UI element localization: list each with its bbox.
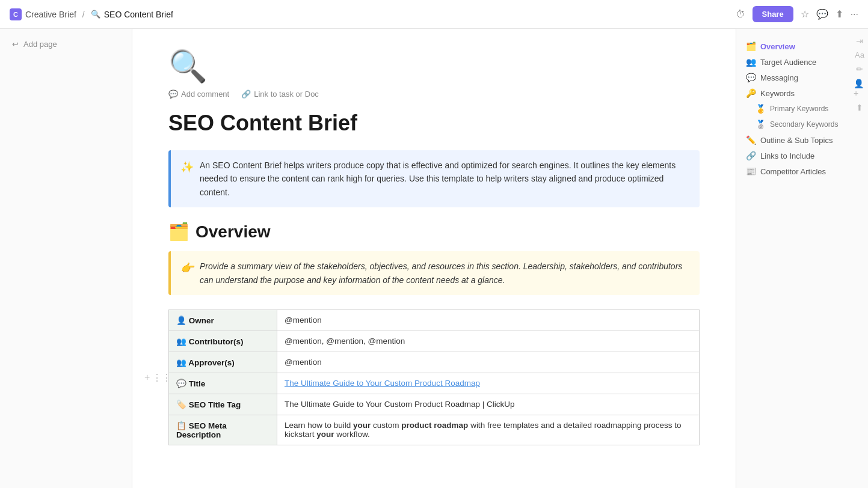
table-row: 👤 Owner @mention — [169, 310, 700, 331]
seo-title-value[interactable]: The Ultimate Guide to Your Custom Produc… — [277, 394, 700, 415]
toc-item-outline[interactable]: ✏️ Outline & Sub Topics — [736, 132, 868, 148]
main-content: 🔍 💬 Add comment 🔗 Link to task or Doc SE… — [132, 29, 736, 488]
breadcrumb-separator: / — [82, 10, 85, 19]
toc-links-label: Links to Include — [760, 151, 814, 160]
link-label: Link to task or Doc — [254, 90, 319, 99]
table-row: 👥 Contributor(s) @mention, @mention, @me… — [169, 331, 700, 352]
link-icon: 🔗 — [241, 90, 251, 99]
row-controls: + ⋮⋮ — [144, 371, 171, 383]
breadcrumb: C Creative Brief / 🔍 SEO Content Brief — [10, 8, 173, 20]
title-link[interactable]: The Ultimate Guide to Your Custom Produc… — [285, 379, 480, 388]
add-page-item[interactable]: ↩ Add page — [2, 36, 129, 52]
doc-toolbar: 💬 Add comment 🔗 Link to task or Doc — [168, 90, 700, 99]
drag-handle-icon[interactable]: ⋮⋮ — [152, 371, 171, 383]
contributors-label: 👥 Contributor(s) — [169, 331, 277, 352]
toc-competitor-icon: 📰 — [746, 166, 756, 176]
overview-table: 👤 Owner @mention 👥 Contributor(s) @menti… — [168, 310, 700, 445]
toc-secondary-icon: 🥈 — [756, 120, 766, 129]
pointing-icon: 👉 — [180, 260, 194, 277]
seo-meta-value[interactable]: Learn how to build your custom product r… — [277, 415, 700, 445]
owner-label: 👤 Owner — [169, 310, 277, 331]
person-add-icon[interactable]: 👤+ — [854, 79, 866, 98]
toc-messaging-label: Messaging — [760, 73, 798, 82]
approvers-label: 👥 Approver(s) — [169, 352, 277, 373]
add-page-icon: ↩ — [12, 40, 19, 49]
star-icon[interactable]: ☆ — [801, 8, 809, 20]
approvers-value[interactable]: @mention — [277, 352, 700, 373]
title-label: 💬 Title — [169, 373, 277, 394]
table-row: 👥 Approver(s) @mention — [169, 352, 700, 373]
clock-icon[interactable]: ⏱ — [736, 9, 745, 20]
toc-overview-label: Overview — [760, 42, 795, 51]
toc-item-competitor-articles[interactable]: 📰 Competitor Articles — [736, 163, 868, 179]
toc-item-links[interactable]: 🔗 Links to Include — [736, 148, 868, 163]
doc-icon: 🔍 — [168, 48, 700, 85]
overview-callout: 👉 Provide a summary view of the stakehol… — [168, 251, 700, 295]
overview-emoji: 🗂️ — [168, 222, 189, 242]
share-button[interactable]: Share — [753, 6, 793, 22]
table-row: 🏷️ SEO Title Tag The Ultimate Guide to Y… — [169, 394, 700, 415]
sidebar: ↩ Add page — [0, 29, 132, 488]
app-icon: C — [10, 8, 22, 20]
more-icon[interactable]: ··· — [851, 9, 858, 20]
add-page-label: Add page — [23, 40, 57, 49]
page-title: SEO Content Brief — [168, 111, 700, 136]
toc-item-target-audience[interactable]: 👥 Target Audience — [736, 54, 868, 70]
breadcrumb-parent[interactable]: Creative Brief — [25, 10, 76, 19]
toc-audience-label: Target Audience — [760, 58, 816, 67]
intro-callout-text: An SEO Content Brief helps writers produ… — [200, 159, 690, 199]
table-row: 📋 SEO MetaDescription Learn how to build… — [169, 415, 700, 445]
toc-overview-icon: 🗂️ — [746, 41, 756, 51]
seo-meta-label: 📋 SEO MetaDescription — [169, 415, 277, 445]
export-icon[interactable]: ⬆ — [836, 8, 843, 20]
toc-audience-icon: 👥 — [746, 57, 756, 67]
toc-messaging-icon: 💬 — [746, 73, 756, 82]
add-comment-label: Add comment — [181, 90, 229, 99]
toc-item-overview[interactable]: 🗂️ Overview — [736, 38, 868, 54]
overview-heading: 🗂️ Overview — [168, 222, 700, 242]
right-panel-actions: ⇥ Aa ✏ 👤+ ⬆ — [851, 29, 868, 120]
seo-title-label: 🏷️ SEO Title Tag — [169, 394, 277, 415]
add-comment-button[interactable]: 💬 Add comment — [168, 90, 229, 99]
table-row: 💬 Title The Ultimate Guide to Your Custo… — [169, 373, 700, 394]
toc-item-messaging[interactable]: 💬 Messaging — [736, 70, 868, 85]
toc-links-icon: 🔗 — [746, 151, 756, 160]
toc-primary-label: Primary Keywords — [770, 105, 828, 113]
overview-callout-text: Provide a summary view of the stakeholde… — [200, 260, 690, 287]
contributors-value[interactable]: @mention, @mention, @mention — [277, 331, 700, 352]
toc-keywords-icon: 🔑 — [746, 88, 756, 98]
toc-item-secondary-keywords[interactable]: 🥈 Secondary Keywords — [736, 117, 868, 132]
collapse-panel-icon[interactable]: ⇥ — [856, 36, 863, 46]
font-size-icon[interactable]: Aa — [855, 50, 864, 59]
topbar-actions: ⏱ Share ☆ 💬 ⬆ ··· — [736, 6, 858, 22]
toc-secondary-label: Secondary Keywords — [770, 120, 838, 129]
toc-list: 🗂️ Overview 👥 Target Audience 💬 Messagin… — [736, 38, 868, 179]
share-toc-icon[interactable]: ⬆ — [856, 103, 863, 112]
toc-item-primary-keywords[interactable]: 🥇 Primary Keywords — [736, 101, 868, 117]
topbar: C Creative Brief / 🔍 SEO Content Brief ⏱… — [0, 0, 868, 29]
breadcrumb-current-page: SEO Content Brief — [104, 10, 173, 19]
edit-icon[interactable]: ✏ — [856, 64, 863, 74]
title-value[interactable]: The Ultimate Guide to Your Custom Produc… — [277, 373, 700, 394]
toc-outline-icon: ✏️ — [746, 135, 756, 145]
overview-heading-text: Overview — [195, 222, 271, 242]
sparkle-icon: ✨ — [180, 159, 194, 176]
intro-callout: ✨ An SEO Content Brief helps writers pro… — [168, 150, 700, 207]
chat-icon[interactable]: 💬 — [816, 8, 828, 20]
search-icon: 🔍 — [91, 10, 100, 19]
comment-icon: 💬 — [168, 90, 178, 99]
add-row-icon[interactable]: + — [144, 372, 150, 383]
toc-keywords-label: Keywords — [760, 89, 795, 98]
toc-item-keywords[interactable]: 🔑 Keywords — [736, 85, 868, 101]
link-to-task-button[interactable]: 🔗 Link to task or Doc — [241, 90, 319, 99]
toc-primary-icon: 🥇 — [756, 104, 766, 114]
toc-outline-label: Outline & Sub Topics — [760, 136, 833, 145]
owner-value[interactable]: @mention — [277, 310, 700, 331]
toc-competitor-label: Competitor Articles — [760, 167, 826, 176]
table-of-contents: ⇥ Aa ✏ 👤+ ⬆ 🗂️ Overview 👥 Target Audienc… — [736, 29, 868, 488]
